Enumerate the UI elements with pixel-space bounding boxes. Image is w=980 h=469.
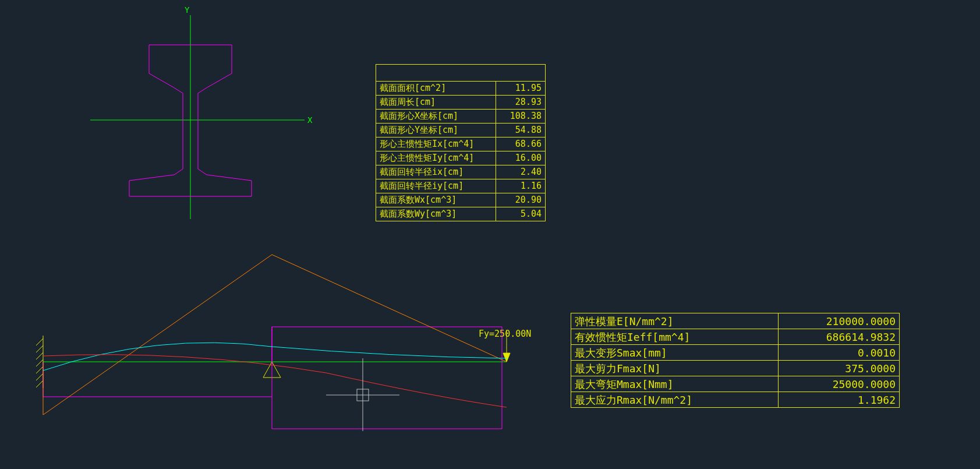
result-value: 0.0010 bbox=[778, 345, 900, 361]
result-label: 最大剪力Fmax[N] bbox=[571, 361, 779, 376]
prop-value: 20.90 bbox=[496, 193, 545, 207]
section-properties-table: 截面面积[cm^2]11.95 截面周长[cm]28.93 截面形心X坐标[cm… bbox=[376, 64, 546, 221]
prop-label: 截面形心X坐标[cm] bbox=[376, 110, 496, 124]
prop-label: 截面面积[cm^2] bbox=[376, 82, 496, 96]
prop-value: 1.16 bbox=[496, 179, 545, 193]
moment-diagram bbox=[43, 255, 507, 415]
prop-value: 11.95 bbox=[496, 82, 545, 96]
result-label: 有效惯性矩Ieff[mm^4] bbox=[571, 329, 779, 345]
table-row: 截面系数Wx[cm^3]20.90 bbox=[376, 193, 546, 207]
table-row: 最大弯矩Mmax[Nmm]25000.0000 bbox=[571, 376, 900, 392]
prop-value: 16.00 bbox=[496, 151, 545, 165]
prop-value: 2.40 bbox=[496, 165, 545, 179]
prop-label: 截面系数Wy[cm^3] bbox=[376, 207, 496, 221]
result-label: 最大应力Rmax[N/mm^2] bbox=[571, 392, 779, 408]
axis-y-label: Y bbox=[185, 5, 190, 15]
table-row: 截面形心X坐标[cm]108.38 bbox=[376, 110, 546, 124]
svg-line-8 bbox=[36, 373, 43, 380]
svg-line-3 bbox=[36, 338, 43, 345]
table-row: 截面面积[cm^2]11.95 bbox=[376, 82, 546, 96]
red-curve bbox=[43, 355, 507, 407]
prop-label: 截面周长[cm] bbox=[376, 96, 496, 110]
beam-diagram: Fy=250.00N bbox=[36, 255, 531, 429]
table-row: 形心主惯性矩Iy[cm^4]16.00 bbox=[376, 151, 546, 165]
prop-label: 截面回转半径iy[cm] bbox=[376, 179, 496, 193]
result-label: 最大弯矩Mmax[Nmm] bbox=[571, 376, 779, 392]
table-row: 最大剪力Fmax[N]375.0000 bbox=[571, 361, 900, 376]
crosshair-cursor bbox=[326, 358, 399, 431]
prop-label: 截面系数Wx[cm^3] bbox=[376, 193, 496, 207]
table-row: 截面周长[cm]28.93 bbox=[376, 96, 546, 110]
prop-value: 54.88 bbox=[496, 124, 545, 137]
force-label: Fy=250.00N bbox=[479, 329, 531, 339]
table-row: 截面回转半径ix[cm]2.40 bbox=[376, 165, 546, 179]
results-table: 弹性模量E[N/mm^2]210000.0000 有效惯性矩Ieff[mm^4]… bbox=[571, 313, 900, 408]
prop-label: 形心主惯性矩Iy[cm^4] bbox=[376, 151, 496, 165]
table-row: 形心主惯性矩Ix[cm^4]68.66 bbox=[376, 137, 546, 151]
section-axes bbox=[90, 15, 305, 219]
table-header-row bbox=[376, 65, 546, 82]
result-value: 686614.9832 bbox=[778, 329, 900, 345]
svg-line-5 bbox=[36, 352, 43, 359]
prop-label: 截面形心Y坐标[cm] bbox=[376, 124, 496, 137]
result-value: 1.1962 bbox=[778, 392, 900, 408]
svg-line-4 bbox=[36, 345, 43, 352]
result-value: 375.0000 bbox=[778, 361, 900, 376]
axis-x-label: X bbox=[307, 115, 313, 125]
table-row: 弹性模量E[N/mm^2]210000.0000 bbox=[571, 313, 900, 329]
result-value: 210000.0000 bbox=[778, 313, 900, 329]
result-value: 25000.0000 bbox=[778, 376, 900, 392]
table-row: 最大变形Smax[mm]0.0010 bbox=[571, 345, 900, 361]
table-row: 有效惯性矩Ieff[mm^4]686614.9832 bbox=[571, 329, 900, 345]
table-row: 最大应力Rmax[N/mm^2]1.1962 bbox=[571, 392, 900, 408]
svg-line-9 bbox=[36, 380, 43, 387]
prop-value: 108.38 bbox=[496, 110, 545, 124]
fixed-support bbox=[36, 336, 43, 388]
result-label: 弹性模量E[N/mm^2] bbox=[571, 313, 779, 329]
result-label: 最大变形Smax[mm] bbox=[571, 345, 779, 361]
prop-label: 形心主惯性矩Ix[cm^4] bbox=[376, 137, 496, 151]
table-row: 截面系数Wy[cm^3]5.04 bbox=[376, 207, 546, 221]
svg-line-7 bbox=[36, 366, 43, 373]
prop-value: 28.93 bbox=[496, 96, 545, 110]
prop-value: 68.66 bbox=[496, 137, 545, 151]
table-row: 截面形心Y坐标[cm]54.88 bbox=[376, 124, 546, 137]
svg-line-6 bbox=[36, 359, 43, 366]
prop-value: 5.04 bbox=[496, 207, 545, 221]
prop-label: 截面回转半径ix[cm] bbox=[376, 165, 496, 179]
table-row: 截面回转半径iy[cm]1.16 bbox=[376, 179, 546, 193]
